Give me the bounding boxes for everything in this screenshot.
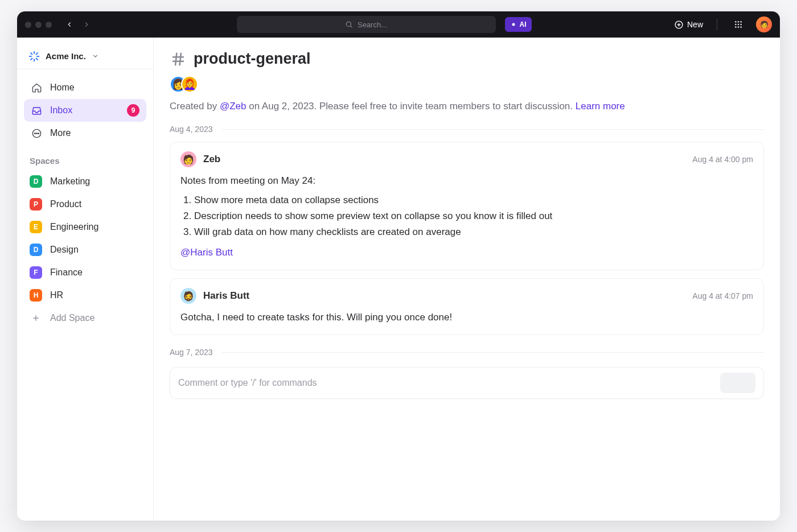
svg-point-7 — [738, 21, 740, 23]
space-item[interactable]: EEngineering — [17, 216, 153, 238]
creator-mention[interactable]: @Zeb — [220, 101, 247, 112]
plus-icon — [30, 312, 42, 324]
svg-line-18 — [36, 58, 38, 59]
inbox-icon — [31, 105, 42, 116]
new-button[interactable]: New — [674, 20, 703, 30]
search-placeholder: Search... — [358, 20, 387, 29]
nav-home[interactable]: Home — [24, 76, 146, 99]
more-icon — [31, 127, 42, 139]
message-body: Notes from meeting on May 24: Show more … — [180, 173, 753, 261]
apps-menu-button[interactable] — [731, 17, 746, 32]
svg-point-2 — [512, 23, 515, 26]
svg-line-17 — [31, 53, 32, 54]
space-label: Design — [50, 245, 79, 255]
send-button[interactable] — [720, 373, 755, 393]
date-divider: Aug 4, 2023 — [170, 125, 764, 134]
svg-point-8 — [740, 21, 742, 23]
spaces-heading: Spaces — [17, 147, 153, 170]
space-label: Engineering — [50, 222, 98, 232]
svg-point-13 — [738, 26, 740, 28]
space-item[interactable]: PProduct — [17, 193, 153, 216]
workspace-switcher[interactable]: Acme Inc. — [17, 43, 153, 69]
divider-line — [222, 129, 764, 130]
message-card: 🧑 Zeb Aug 4 at 4:00 pm Notes from meetin… — [170, 142, 764, 270]
date-label: Aug 4, 2023 — [170, 125, 213, 134]
message-body: Gotcha, I need to create tasks for this.… — [180, 310, 753, 325]
space-item[interactable]: FFinance — [17, 261, 153, 284]
topbar-separator — [717, 19, 717, 30]
comment-input[interactable] — [178, 378, 714, 388]
member-avatar[interactable]: 👩‍🦰 — [181, 76, 198, 93]
message-time: Aug 4 at 4:00 pm — [692, 155, 753, 164]
traffic-light-close[interactable] — [25, 22, 31, 28]
global-search[interactable]: Search... — [237, 16, 496, 33]
author-name: Haris Butt — [203, 290, 249, 302]
channel-description: Created by @Zeb on Aug 2, 2023. Please f… — [170, 101, 764, 112]
svg-line-31 — [175, 52, 177, 65]
hash-icon — [170, 51, 187, 68]
space-item[interactable]: DDesign — [17, 238, 153, 261]
titlebar: Search... AI New 🧑 — [17, 11, 780, 38]
traffic-light-min[interactable] — [35, 22, 42, 28]
date-divider: Aug 7, 2023 — [170, 348, 764, 357]
author-name: Zeb — [203, 154, 220, 165]
workspace-name: Acme Inc. — [46, 51, 86, 61]
window-controls — [25, 22, 52, 28]
spaces-list: DMarketingPProductEEngineeringDDesignFFi… — [17, 170, 153, 307]
nav-label: Inbox — [50, 105, 72, 116]
comment-composer — [170, 367, 764, 399]
grid-icon — [734, 20, 743, 29]
message-header: 🧑 Zeb Aug 4 at 4:00 pm — [180, 151, 753, 167]
add-space-button[interactable]: Add Space — [17, 307, 153, 329]
author-avatar[interactable]: 🧔 — [180, 288, 196, 304]
svg-point-6 — [735, 21, 737, 23]
search-icon — [345, 20, 353, 28]
nav-forward-button[interactable] — [79, 17, 94, 32]
nav-more[interactable]: More — [24, 122, 146, 145]
message-time: Aug 4 at 4:07 pm — [692, 291, 753, 300]
ai-label: AI — [520, 20, 527, 28]
svg-point-24 — [34, 133, 35, 134]
space-label: Marketing — [50, 176, 90, 187]
history-nav — [62, 17, 94, 32]
nav-label: Home — [50, 83, 75, 93]
space-icon: D — [30, 175, 42, 188]
chevron-down-icon — [92, 52, 99, 60]
main-content: product-general 👩👩‍🦰 Created by @Zeb on … — [154, 38, 780, 521]
add-space-label: Add Space — [50, 313, 95, 323]
workspace-logo-icon — [28, 51, 40, 62]
channel-title: product-general — [194, 50, 311, 68]
message-header: 🧔 Haris Butt Aug 4 at 4:07 pm — [180, 288, 753, 304]
desc-prefix: Created by — [170, 101, 220, 112]
desc-mid: on Aug 2, 2023. Please feel free to invi… — [246, 101, 575, 112]
space-label: HR — [50, 290, 63, 300]
sidebar: Acme Inc. Home Inbox 9 — [17, 38, 154, 521]
learn-more-link[interactable]: Learn more — [576, 101, 625, 112]
svg-point-12 — [735, 26, 737, 28]
svg-point-0 — [346, 22, 351, 26]
space-item[interactable]: DMarketing — [17, 170, 153, 193]
traffic-light-max[interactable] — [46, 22, 52, 28]
ai-button[interactable]: AI — [505, 17, 532, 32]
message-intro: Notes from meeting on May 24: — [180, 173, 753, 189]
nav-label: More — [50, 128, 71, 138]
new-label: New — [687, 20, 703, 29]
inbox-badge: 9 — [127, 104, 139, 117]
primary-nav: Home Inbox 9 More — [17, 74, 153, 147]
space-item[interactable]: HHR — [17, 284, 153, 307]
svg-point-25 — [36, 133, 37, 134]
app-window: Search... AI New 🧑 Acme Inc. — [17, 11, 780, 521]
space-icon: F — [30, 266, 42, 279]
space-icon: D — [30, 244, 42, 256]
member-avatars[interactable]: 👩👩‍🦰 — [170, 76, 764, 93]
svg-point-10 — [738, 24, 740, 26]
svg-line-1 — [351, 26, 352, 28]
divider-line — [222, 352, 764, 353]
nav-inbox[interactable]: Inbox 9 — [24, 99, 146, 122]
nav-back-button[interactable] — [62, 17, 77, 32]
author-avatar[interactable]: 🧑 — [180, 151, 196, 167]
app-body: Acme Inc. Home Inbox 9 — [17, 38, 780, 521]
home-icon — [31, 82, 42, 93]
current-user-avatar[interactable]: 🧑 — [756, 17, 772, 32]
user-mention[interactable]: @Haris Butt — [180, 245, 233, 261]
